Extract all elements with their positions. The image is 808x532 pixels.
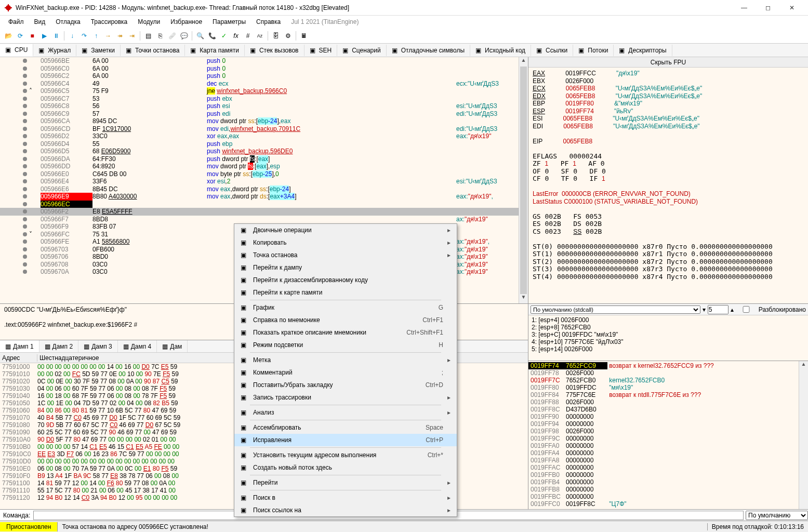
breakpoint-dot[interactable] [23,255,27,259]
tab-seh[interactable]: ▣SEH [304,45,338,56]
unlock-checkbox[interactable] [736,306,757,313]
stack-row[interactable]: 0019FFB000000000 [528,471,799,478]
step-out-icon[interactable]: ↑ [91,31,101,41]
goto-icon[interactable]: ⎘ [155,31,165,41]
ctx-перейти[interactable]: ▣Перейти▸ [234,476,457,489]
breakpoint-dot[interactable] [23,187,27,191]
menu-trace[interactable]: Трассировка [87,17,132,26]
breakpoint-dot[interactable] [23,202,27,206]
stack-row[interactable]: 0019FFB400000000 [528,478,799,486]
ctx-режим-подсветки[interactable]: ▣Режим подсветкиH [234,339,457,351]
disasm-row[interactable]: ˄005966C575 F9jne winfxnet_backup.5966C0 [0,87,519,95]
tab-заметки[interactable]: ▣Заметки [76,45,121,56]
breakpoint-dot[interactable] [23,82,27,86]
hash-icon[interactable]: # [243,31,253,41]
breakpoint-dot[interactable] [23,240,27,244]
breakpoint-dot[interactable] [23,119,27,123]
breakpoint-dot[interactable] [23,142,27,146]
breakpoint-dot[interactable] [23,179,27,183]
command-mode-select[interactable]: По умолчанию [746,511,808,520]
tab-журнал[interactable]: ▣Журнал [33,45,76,56]
ctx-перейти-к-карте-памяти[interactable]: ▣Перейти к карте памяти [234,286,457,299]
breakpoint-dot[interactable] [23,97,27,101]
dump-tab-1[interactable]: ▦Дамп 1 [0,340,39,352]
breakpoint-dot[interactable] [23,127,27,131]
stack-scrollbar[interactable]: ▲ ▼ [799,361,808,521]
ctx-перейти-к-дампу[interactable]: ▣Перейти к дампу [234,261,457,274]
dump-col-addr[interactable]: Адрес [0,354,37,362]
scroll-down-icon[interactable]: ▼ [519,294,528,303]
disasm-row[interactable]: 005966E433F6xor esi,2esi:"U‹мґДдS3 [0,178,519,185]
tab-отладочные символы[interactable]: ▣Отладочные символы [387,45,470,56]
stack-row[interactable]: 0019FF747652FCC9 возврат к kernel32.7652… [528,362,799,369]
settings-icon[interactable]: ⚙ [283,31,293,41]
trace-over-icon[interactable]: ↠ [115,31,125,41]
tab-карта памяти[interactable]: ▣Карта памяти [185,45,245,56]
breakpoint-dot[interactable] [23,74,27,78]
breakpoint-dot[interactable] [23,164,27,168]
menu-options[interactable]: Параметры [208,17,250,26]
tab-дескрипторы[interactable]: ▣Дескрипторы [614,45,672,56]
breakpoint-dot[interactable] [23,149,27,153]
stack-row[interactable]: 0019FF800019FFDC "мя\x19" [528,384,799,391]
trace-into-icon[interactable]: → [103,31,113,41]
disasm-row[interactable]: 005966F2E8 E5A5FFFF [0,208,519,216]
disasm-row[interactable]: 005966DA64:FF30push dword ptr fs:[eax] [0,155,519,163]
strings-icon[interactable]: 🔍 [195,31,205,41]
register-body[interactable]: EAX 0019FFCC "дя\x19" EBX 0026F000 ECX 0… [528,68,808,303]
stack-row[interactable]: 0019FF7C7652FCB0 kernel32.7652FCB0 [528,377,799,384]
breakpoint-dot[interactable] [23,232,27,236]
restart-icon[interactable]: ⟳ [15,31,25,41]
scroll-up-icon[interactable]: ▲ [519,57,528,66]
breakpoint-dot[interactable] [23,59,27,63]
menu-help[interactable]: Справка [252,17,285,26]
dump-tab-2[interactable]: ▦Дамп 2 [39,340,79,352]
dump-tab-5[interactable]: ▦Дам [157,340,188,352]
ctx-исправления[interactable]: ▣ИсправленияCtrl+P [234,434,457,446]
patch-icon[interactable]: 🩹 [167,31,177,41]
stack-icon[interactable]: ▤ [143,31,153,41]
breakpoint-dot[interactable] [23,217,27,221]
tab-точки останова[interactable]: ▣Точки останова [121,45,185,56]
breakpoint-dot[interactable] [23,157,27,161]
stop-icon[interactable]: ■ [27,31,37,41]
disasm-row[interactable]: 005966BE6A 00push 0 [0,57,519,65]
scroll-up-icon[interactable]: ▲ [799,361,808,370]
stack-row[interactable]: 0019FFAC00000000 [528,464,799,471]
disasm-row[interactable]: 005966E98B80 A4030000mov eax,dword ptr d… [0,193,519,201]
ctx-поиск-в[interactable]: ▣Поиск в▸ [234,491,457,504]
breakpoint-dot[interactable] [23,224,27,229]
disasm-row[interactable]: 005966C856push esiesi:"U‹мґДдS3 [0,102,519,110]
disasm-row[interactable]: 005966C26A 00push 0 [0,72,519,80]
minimize-button[interactable]: — [732,0,756,16]
calc-icon[interactable]: 🖩 [299,31,309,41]
breakpoint-dot[interactable] [23,172,27,176]
breakpoint-dot[interactable] [23,112,27,116]
stack-row[interactable]: 0019FFA400000000 [528,449,799,457]
breakpoint-dot[interactable] [23,104,27,108]
args-body[interactable]: 1: [esp+4] 0026F000 2: [esp+8] 7652FCB0 … [528,315,808,361]
breakpoint-dot[interactable] [23,247,27,251]
disasm-row[interactable]: 005966F78BD8ax:"дя\x19" [0,216,519,223]
breakpoint-dot[interactable] [23,89,27,93]
disasm-row[interactable]: 005966CA8945 DCmov dword ptr ss:[ebp-24]… [0,117,519,125]
stack-row[interactable]: 0019FFB800000000 [528,486,799,493]
maximize-button[interactable]: ◻ [756,0,780,16]
stack-row[interactable]: 0019FFC00019FF8C "Ц7Ф" [528,500,799,508]
tab-cpu[interactable]: ▣CPU [0,44,33,57]
tab-стек вызовов[interactable]: ▣Стек вызовов [245,45,304,56]
disasm-scrollbar[interactable]: ▲ ▼ [519,57,528,303]
ctx-поиск-ссылок-на[interactable]: ▣Поиск ссылок на▸ [234,504,457,516]
check-icon[interactable]: ✓ [219,31,229,41]
ctx-запись-трассировки[interactable]: ▣Запись трассировки▸ [234,391,457,404]
disasm-row[interactable]: 005966DD64:8920mov dword ptr fs:[eax],es… [0,163,519,170]
fx-icon[interactable]: fx [231,31,241,41]
ctx-график[interactable]: ▣ГрафикG [234,301,457,314]
stack-row[interactable]: 0019FF9C00000000 [528,435,799,442]
scylla-icon[interactable]: 🗄 [271,31,281,41]
calls-icon[interactable]: 📞 [207,31,217,41]
menu-favorites[interactable]: Избранное [166,17,206,26]
breakpoint-dot[interactable] [23,194,27,198]
stack-row[interactable]: 0019FF8CD437D6B0 [528,406,799,413]
disasm-row[interactable]: 005966EC [0,201,519,208]
